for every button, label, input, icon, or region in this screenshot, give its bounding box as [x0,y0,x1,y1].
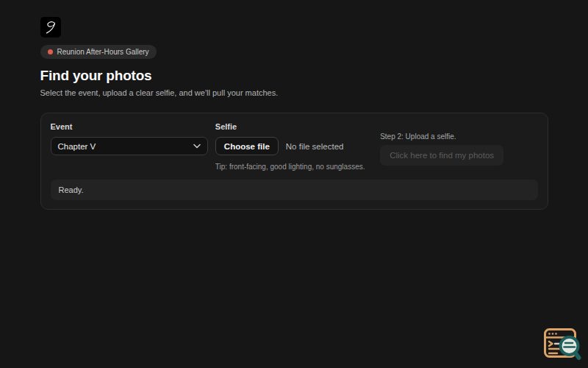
status-dot-icon [48,49,53,54]
file-status-text: No file selected [286,142,344,151]
page-title: Find your photos [40,68,548,84]
selfie-column: Selfie Choose file No file selected Tip:… [215,122,373,171]
chevron-down-icon [193,144,201,149]
status-bar: Ready. [51,180,538,200]
selfie-label: Selfie [215,122,373,131]
brand-swoosh-icon [43,19,59,35]
step-hint: Step 2: Upload a selfie. [380,132,537,141]
page-subtitle: Select the event, upload a clear selfie,… [40,88,548,97]
finder-card: Event Chapter V Selfie Choose file No fi… [40,113,548,210]
event-select-value: Chapter V [58,142,96,151]
event-column: Event Chapter V [51,122,208,171]
brand-logo [40,17,61,38]
selfie-file-input: Choose file No file selected [215,137,373,155]
event-label: Event [51,122,208,131]
event-badge-label: Reunion After-Hours Gallery [57,48,149,56]
page: Reunion After-Hours Gallery Find your ph… [40,0,548,210]
event-select[interactable]: Chapter V [51,137,208,155]
action-column: Step 2: Upload a selfie. Click here to f… [380,122,537,171]
choose-file-button[interactable]: Choose file [215,137,279,155]
window-magnifier-overlay-icon[interactable] [542,327,584,362]
find-photos-button[interactable]: Click here to find my photos [380,145,503,166]
event-badge: Reunion After-Hours Gallery [40,45,157,59]
selfie-tip: Tip: front-facing, good lighting, no sun… [215,163,373,171]
